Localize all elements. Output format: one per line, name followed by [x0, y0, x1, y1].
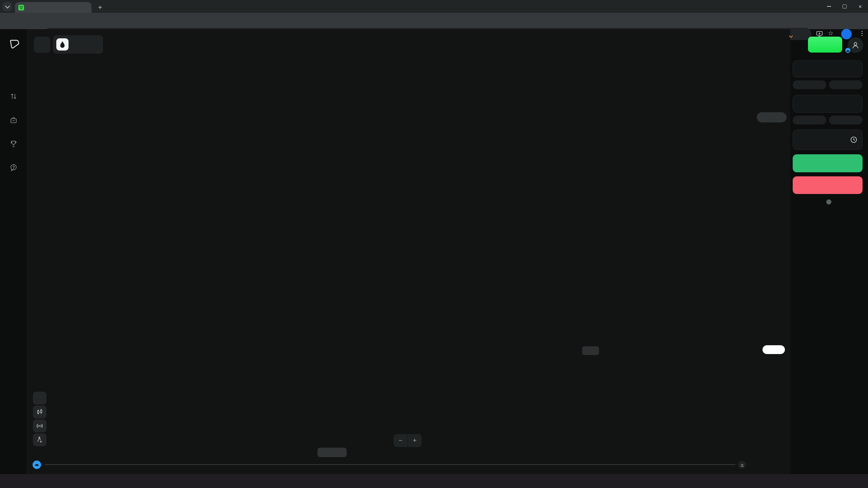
- close-icon: ×: [859, 4, 862, 9]
- timeframe-button[interactable]: [33, 392, 46, 405]
- arc-icon: [35, 464, 39, 466]
- compass-icon: [36, 436, 43, 444]
- zoom-out-button[interactable]: −: [393, 434, 407, 447]
- chevron-down-icon: [789, 34, 793, 38]
- duration-field[interactable]: [793, 95, 863, 113]
- windows-taskbar: Y Y: [0, 474, 868, 488]
- signal-icon: [36, 422, 43, 430]
- amount-field[interactable]: [793, 60, 863, 77]
- ohlc-readout: [49, 419, 63, 446]
- instrument-card[interactable]: [53, 35, 103, 54]
- trades-icon: [9, 92, 18, 100]
- close-window-button[interactable]: ×: [852, 0, 868, 13]
- down-button[interactable]: [793, 176, 863, 194]
- add-asset-button[interactable]: [34, 37, 50, 53]
- collapsed-widget-button[interactable]: [33, 461, 41, 469]
- status-badge: [845, 48, 850, 53]
- candles-icon: [36, 408, 43, 416]
- left-sidebar: [0, 29, 27, 474]
- duration-decrease-button[interactable]: [793, 116, 826, 124]
- minimize-button[interactable]: [821, 0, 837, 13]
- market-icon: [9, 116, 18, 124]
- account-balance[interactable]: [729, 35, 792, 37]
- tab-search-button[interactable]: [3, 2, 12, 11]
- chevron-down-icon: [5, 4, 9, 8]
- crosshair-price-badge: [757, 112, 787, 122]
- sidebar-item-trades[interactable]: [0, 92, 27, 101]
- new-tab-button[interactable]: +: [96, 3, 104, 12]
- payments-button[interactable]: [808, 37, 842, 53]
- chart-type-button[interactable]: [33, 406, 46, 418]
- trade-countdown-timer: [582, 346, 599, 355]
- sidebar-item-rewards[interactable]: [0, 140, 27, 149]
- browser-titlebar: ▽ + ×: [0, 0, 868, 13]
- screen: ▽ + × ← → ☆: [0, 0, 868, 488]
- window-controls: ×: [821, 0, 868, 13]
- live-signals-button[interactable]: [33, 419, 46, 432]
- online-counter: [3, 452, 24, 453]
- maximize-icon: [843, 4, 847, 8]
- browser-menu-icon[interactable]: [862, 31, 863, 36]
- profit-info: [793, 199, 863, 204]
- rewards-icon: [9, 140, 18, 148]
- chart-zoom-controls: − +: [393, 434, 422, 447]
- crosshair-time-badge: [317, 448, 347, 457]
- chart-scrollbar[interactable]: [45, 464, 735, 465]
- maximize-button[interactable]: [837, 0, 852, 13]
- help-circle-icon[interactable]: [826, 199, 831, 204]
- browser-profile-avatar[interactable]: [841, 29, 852, 39]
- clock-icon: [850, 136, 857, 143]
- site-favicon: ▽: [18, 5, 24, 11]
- scroll-to-latest-button[interactable]: [738, 461, 746, 469]
- person-icon: [851, 41, 860, 49]
- amount-decrease-button[interactable]: [793, 80, 826, 89]
- help-icon: [9, 163, 18, 172]
- drawing-tools-button[interactable]: [33, 433, 46, 446]
- chart-canvas[interactable]: [27, 29, 790, 474]
- sidebar-item-market[interactable]: [0, 116, 27, 125]
- amount-increase-button[interactable]: [829, 80, 863, 89]
- current-price-tag: [763, 345, 785, 354]
- minimize-icon: [827, 6, 831, 7]
- duration-increase-button[interactable]: [829, 116, 863, 124]
- browser-toolbar: ← → ☆: [0, 13, 868, 29]
- sidebar-item-help[interactable]: [0, 163, 27, 172]
- bookmark-star-icon[interactable]: ☆: [828, 30, 833, 37]
- up-button[interactable]: [793, 154, 863, 172]
- olymptrade-logo[interactable]: [9, 39, 20, 49]
- account-type-selector[interactable]: [729, 36, 792, 37]
- zoom-in-button[interactable]: +: [408, 434, 422, 447]
- enable-orders-button[interactable]: [793, 130, 863, 150]
- browser-tab[interactable]: ▽: [15, 2, 92, 13]
- double-chevron-up-icon: [739, 462, 745, 468]
- instrument-icon: [56, 38, 69, 51]
